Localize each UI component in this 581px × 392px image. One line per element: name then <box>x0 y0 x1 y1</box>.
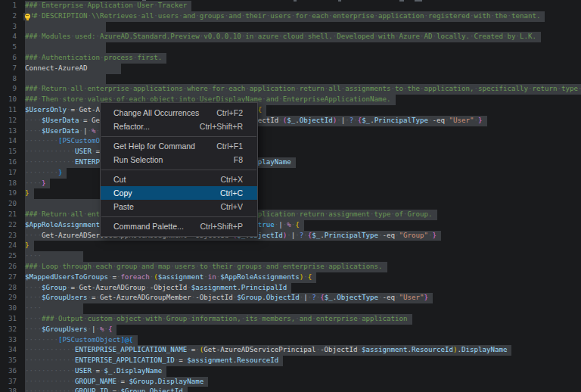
code-line[interactable]: 3 <box>0 22 581 33</box>
line-number[interactable]: 27 <box>0 272 17 283</box>
line-number[interactable]: 8 <box>0 74 17 85</box>
line-number[interactable]: 1 <box>0 1 17 11</box>
line-number[interactable]: 4 <box>0 32 17 42</box>
code-line[interactable]: 30···· <box>0 303 581 314</box>
code-line[interactable]: 10###·Then·store·values·of·each·object·i… <box>0 95 581 105</box>
code-line[interactable]: 20 <box>0 199 581 210</box>
line-number[interactable]: 23 <box>0 231 17 241</box>
line-number[interactable]: 37 <box>0 377 17 387</box>
code-line[interactable]: 34············ENTERPRISE_APPLICATION_NAM… <box>0 345 581 356</box>
code-line[interactable]: 36············USER·=·$_.DisplayName <box>0 366 581 377</box>
line-number[interactable]: 29 <box>0 293 17 303</box>
code-line[interactable]: 1###·Enterprise·Application·User·Tracker <box>0 1 581 11</box>
code-line[interactable]: 26###·Loop·through·each·group·and·map·us… <box>0 262 581 272</box>
menu-item-refactor[interactable]: Refactor...Ctrl+Shift+R <box>101 120 257 133</box>
line-number[interactable]: 5 <box>0 42 17 53</box>
line-number[interactable]: 31 <box>0 314 17 325</box>
line-number[interactable]: 7 <box>0 64 17 74</box>
lightbulb-icon[interactable] <box>23 13 32 20</box>
code-line[interactable]: 22$AppRoleAssignments·=·Get-AzureADServi… <box>0 220 581 231</box>
code-token: Modules <box>42 33 70 40</box>
code-line[interactable]: 32····$GroupUsers·|·%·{ <box>0 325 581 335</box>
menu-item-get-help-for-command[interactable]: Get Help for CommandCtrl+F1 <box>101 139 257 153</box>
menu-item-change-all-occurrences[interactable]: Change All OccurrencesCtrl+F2 <box>101 106 257 120</box>
code-line[interactable]: 8 <box>0 74 581 85</box>
menu-item-run-selection[interactable]: Run SelectionF8 <box>101 153 257 166</box>
line-number[interactable]: 30 <box>0 303 17 314</box>
code-line[interactable]: 2###·DESCRIPTION·\\Retrieves·all·users·a… <box>0 11 581 22</box>
code-line[interactable]: 33········[PSCustomObject]@{ <box>0 335 581 346</box>
selected-text: Connect-AzureAD <box>25 64 121 74</box>
menu-item-cut[interactable]: CutCtrl+X <box>101 173 257 186</box>
code-line[interactable]: 6###·Authentication·process·first. <box>0 53 581 64</box>
menu-item-command-palette[interactable]: Command Palette...Ctrl+Shift+P <box>101 219 257 233</box>
code-area[interactable]: 1###·Enterprise·Application·User·Tracker… <box>0 1 581 392</box>
line-number[interactable]: 16 <box>0 157 17 168</box>
line-number[interactable]: 19 <box>0 188 17 199</box>
code-line[interactable]: 27$MappedUsersToGroups·=·foreach·($assig… <box>0 272 581 283</box>
code-token: $assignment <box>191 284 237 291</box>
code-line[interactable]: 13····$UserData·|·%·{ <box>0 126 581 137</box>
code-line[interactable]: 18····} <box>0 179 581 189</box>
code-token: through <box>62 263 91 270</box>
line-number[interactable]: 20 <box>0 199 17 210</box>
code-token: $assignment <box>187 356 232 364</box>
code-line[interactable]: 29····$GroupUsers·=·Get-AzureADGroupMemb… <box>0 293 581 303</box>
line-number[interactable]: 36 <box>0 366 17 377</box>
code-line[interactable]: 37············GROUP_NAME·=·$Group.Displa… <box>0 377 581 387</box>
line-number[interactable]: 34 <box>0 345 17 356</box>
code-token: User <box>137 2 154 9</box>
line-number[interactable]: 2 <box>0 11 17 22</box>
code-line[interactable]: 38············GROUP_ID·=·$Group.ObjectId <box>0 387 581 392</box>
code-line[interactable]: 28····$Group·=·Get-AzureADGroup·-ObjectI… <box>0 283 581 294</box>
code-line[interactable]: 15············USER·=·$_.DisplayName <box>0 147 581 157</box>
code-line[interactable]: 7Connect-AzureAD <box>0 64 581 74</box>
line-number[interactable]: 24 <box>0 241 17 251</box>
line-number[interactable]: 32 <box>0 325 17 335</box>
code-line[interactable]: 16············ENTERPRISE_APPLICATION_NAM… <box>0 157 581 168</box>
code-line[interactable]: 23····Get-AzureADServiceAppRoleAssignmen… <box>0 231 581 241</box>
code-line[interactable]: 19} <box>0 188 581 199</box>
line-number[interactable]: 15 <box>0 147 17 157</box>
code-line[interactable]: 35············ENTEPRISE_APPLICATION_ID·=… <box>0 356 581 366</box>
line-number[interactable]: 11 <box>0 105 17 116</box>
menu-separator <box>101 216 256 217</box>
line-number[interactable]: 25 <box>0 251 17 262</box>
code-line[interactable]: 4###·Modules·used:·AzureAD.Standard.Prev… <box>0 32 581 42</box>
code-token: application <box>250 85 295 92</box>
line-number[interactable]: 33 <box>0 335 17 346</box>
line-number[interactable]: 3 <box>0 22 17 33</box>
line-number[interactable]: 6 <box>0 53 17 64</box>
code-token: assignments <box>345 85 390 92</box>
code-token: each <box>312 12 328 20</box>
menu-item-paste[interactable]: PasteCtrl+V <box>101 200 257 213</box>
line-number[interactable]: 35 <box>0 356 17 366</box>
code-line[interactable]: 31····###·Output·custom·object·with·Grou… <box>0 314 581 325</box>
code-line[interactable]: 12····$UserData·=·Get-AzureADServiceAppR… <box>0 116 581 126</box>
code-line[interactable]: 9###·Return·all·enterprise·applications·… <box>0 84 581 95</box>
line-number[interactable]: 17 <box>0 168 17 179</box>
line-number[interactable]: 26 <box>0 262 17 272</box>
code-line[interactable]: 11$UsersOnly·=·Get-AzureADServicePrincip… <box>0 105 581 116</box>
line-number[interactable]: 28 <box>0 283 17 294</box>
line-number[interactable]: 14 <box>0 136 17 147</box>
code-line[interactable]: 14········[PSCustomObject]@{ <box>0 136 581 147</box>
line-number[interactable]: 18 <box>0 179 17 189</box>
line-number[interactable]: 21 <box>0 210 17 220</box>
code-token: tenant. <box>511 12 540 20</box>
code-token: ### <box>42 315 54 322</box>
code-line[interactable]: 17········} <box>0 168 581 179</box>
code-token: "User" <box>449 117 474 124</box>
code-line[interactable]: 5 <box>0 42 581 53</box>
line-number[interactable]: 12 <box>0 116 17 126</box>
code-line[interactable]: 25···· <box>0 251 581 262</box>
line-number[interactable]: 13 <box>0 126 17 137</box>
line-number[interactable]: 10 <box>0 95 17 105</box>
code-line[interactable]: 24} <box>0 241 581 251</box>
menu-item-copy[interactable]: CopyCtrl+C <box>101 186 257 200</box>
line-number[interactable]: 9 <box>0 84 17 95</box>
line-number[interactable]: 38 <box>0 387 17 392</box>
code-token: $assignment <box>362 346 407 353</box>
code-line[interactable]: 21###·Return·all·enterprise·applications… <box>0 210 581 220</box>
line-number[interactable]: 22 <box>0 220 17 231</box>
